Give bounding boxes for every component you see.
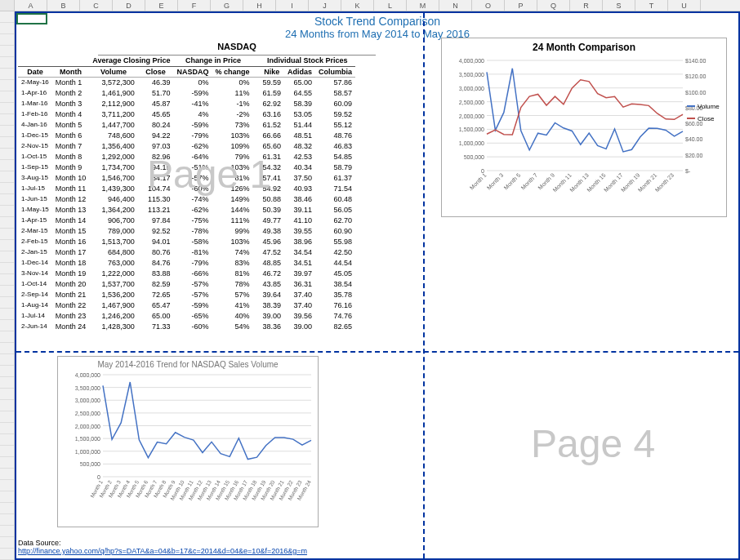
- svg-text:2,000,000: 2,000,000: [75, 424, 100, 429]
- table-row: 1-Sep-15Month 91,734,70094.19-51%103%54.…: [18, 162, 355, 172]
- column-header[interactable]: O: [472, 0, 505, 11]
- table-row: 2-May-16Month 13,572,30046.390%0%59.5965…: [18, 77, 355, 87]
- col-adidas: Adidas: [284, 66, 315, 77]
- chart2-title: May 2014-2016 Trend for NASDAQ Sales Vol…: [58, 357, 318, 371]
- table-row: 2-Nov-15Month 71,356,40097.03-62%109%65.…: [18, 140, 355, 151]
- table-row: 2-Jun-14Month 241,428,30071.33-60%54%38.…: [18, 321, 355, 331]
- column-header[interactable]: [0, 0, 15, 11]
- svg-rect-40: [687, 118, 695, 119]
- table-row: 3-Aug-15Month 101,546,70084.17-57%81%57.…: [18, 172, 355, 183]
- col-month: Month: [52, 66, 90, 77]
- svg-text:Month 7: Month 7: [519, 172, 538, 191]
- column-header[interactable]: S: [603, 0, 635, 11]
- page-watermark-4: Page 4: [531, 421, 655, 466]
- svg-text:500,000: 500,000: [80, 461, 100, 467]
- chart-24-month-comparison[interactable]: 24 Month Comparison 0500,0001,000,0001,5…: [441, 38, 727, 217]
- column-header[interactable]: I: [276, 0, 309, 11]
- col-date: Date: [18, 66, 52, 77]
- table-row: 1-Feb-16Month 43,711,20045.654%-2%63.165…: [18, 109, 355, 119]
- column-header[interactable]: F: [178, 0, 211, 11]
- svg-text:2,500,000: 2,500,000: [75, 411, 100, 416]
- column-header[interactable]: J: [309, 0, 341, 11]
- col-nike: Nike: [260, 66, 285, 77]
- page-break-vertical: [423, 13, 425, 558]
- column-header[interactable]: E: [145, 0, 178, 11]
- column-header[interactable]: G: [211, 0, 243, 11]
- group-header-avg: Average Closing Price: [89, 56, 173, 66]
- svg-text:$140.00: $140.00: [685, 58, 706, 64]
- svg-text:4,000,000: 4,000,000: [75, 372, 100, 378]
- chart-nasdaq-volume-trend[interactable]: May 2014-2016 Trend for NASDAQ Sales Vol…: [57, 356, 319, 527]
- row-header-col: [0, 11, 15, 560]
- page-break-horizontal: [16, 351, 738, 353]
- svg-text:$20.00: $20.00: [685, 153, 703, 158]
- table-row: 3-Nov-14Month 191,222,00083.88-66%81%46.…: [18, 268, 355, 278]
- chart1-plot: 0500,0001,000,0001,500,0002,000,0002,500…: [442, 56, 728, 216]
- table-row: 2-Mar-15Month 15789,00092.52-78%99%49.38…: [18, 225, 355, 236]
- nasdaq-section-label: NASDAQ: [98, 40, 376, 56]
- column-header[interactable]: A: [15, 0, 47, 11]
- data-source-link[interactable]: http://finance.yahoo.com/q/hp?s=DATA&a=0…: [18, 547, 307, 555]
- svg-text:3,000,000: 3,000,000: [459, 86, 484, 91]
- table-row: 1-Jul-15Month 111,439,300104.74-60%126%5…: [18, 183, 355, 193]
- col-nasdaq: NASDAQ: [174, 66, 212, 77]
- svg-text:Month 1: Month 1: [469, 172, 488, 191]
- worksheet-area[interactable]: Stock Trend Comparison 24 Months from Ma…: [15, 11, 740, 560]
- svg-rect-38: [687, 105, 695, 107]
- column-header[interactable]: Q: [537, 0, 570, 11]
- column-header[interactable]: B: [47, 0, 80, 11]
- chart2-plot: 0500,0001,000,0001,500,0002,000,0002,500…: [58, 371, 319, 526]
- column-header[interactable]: D: [113, 0, 145, 11]
- data-source-block: Data Source: http://finance.yahoo.com/q/…: [18, 539, 307, 555]
- svg-text:$100.00: $100.00: [685, 90, 706, 96]
- column-header[interactable]: K: [341, 0, 374, 11]
- report-title: Stock Trend Comparison: [16, 13, 738, 28]
- svg-text:Volume: Volume: [698, 103, 720, 110]
- svg-text:500,000: 500,000: [464, 154, 484, 160]
- table-row: 1-Oct-15Month 81,292,00082.96-64%79%61.3…: [18, 151, 355, 162]
- svg-text:3,500,000: 3,500,000: [459, 72, 484, 78]
- svg-text:1,000,000: 1,000,000: [459, 140, 484, 146]
- column-header[interactable]: P: [505, 0, 537, 11]
- table-row: 1-Apr-15Month 14906,70097.84-75%111%49.7…: [18, 215, 355, 225]
- group-header-individual: Individual Stock Prices: [260, 56, 356, 66]
- svg-text:3,000,000: 3,000,000: [75, 398, 100, 403]
- table-row: 1-Apr-16Month 21,461,90051.70-59%11%61.5…: [18, 87, 355, 98]
- svg-text:$120.00: $120.00: [685, 73, 706, 79]
- column-header[interactable]: C: [80, 0, 113, 11]
- data-source-label: Data Source:: [18, 539, 61, 547]
- table-row: 1-Dec-14Month 18763,00084.76-79%83%48.85…: [18, 257, 355, 268]
- svg-text:2,000,000: 2,000,000: [459, 113, 484, 119]
- col-columbia: Columbia: [315, 66, 355, 77]
- column-header[interactable]: L: [374, 0, 407, 11]
- col-close: Close: [138, 66, 174, 77]
- table-row: 1-Jul-14Month 231,246,20065.00-65%40%39.…: [18, 310, 355, 321]
- stock-data-table: Average Closing Price Change in Price In…: [18, 56, 355, 331]
- table-row: 2-Jan-15Month 17684,80080.76-81%74%47.52…: [18, 247, 355, 257]
- table-row: 2-Feb-15Month 161,513,70094.01-58%103%45…: [18, 236, 355, 247]
- table-row: 1-Mar-16Month 32,112,90045.87-41%-1%62.9…: [18, 98, 355, 109]
- svg-text:Close: Close: [698, 115, 715, 122]
- svg-text:4,000,000: 4,000,000: [459, 58, 484, 64]
- column-header[interactable]: T: [635, 0, 668, 11]
- svg-text:1,500,000: 1,500,000: [75, 436, 100, 442]
- svg-text:3,500,000: 3,500,000: [75, 385, 100, 391]
- column-header[interactable]: R: [570, 0, 603, 11]
- svg-text:2,500,000: 2,500,000: [459, 100, 484, 105]
- column-header[interactable]: H: [243, 0, 276, 11]
- column-header[interactable]: N: [439, 0, 472, 11]
- svg-text:$-: $-: [685, 168, 691, 174]
- column-header[interactable]: U: [668, 0, 701, 11]
- svg-text:0: 0: [97, 474, 100, 480]
- table-row: 1-Dec-15Month 6748,60094.22-79%103%66.66…: [18, 130, 355, 140]
- col-volume: Volume: [89, 66, 137, 77]
- table-row: 4-Jan-16Month 51,447,70080.24-59%73%61.5…: [18, 119, 355, 130]
- chart1-title: 24 Month Comparison: [442, 38, 726, 56]
- table-row: 1-Aug-14Month 221,467,90065.47-59%41%38.…: [18, 300, 355, 310]
- svg-text:1,500,000: 1,500,000: [459, 127, 484, 132]
- column-header[interactable]: M: [407, 0, 439, 11]
- svg-text:1,000,000: 1,000,000: [75, 449, 100, 455]
- svg-text:$40.00: $40.00: [685, 136, 703, 142]
- table-row: 2-Sep-14Month 211,536,20072.65-57%57%39.…: [18, 289, 355, 300]
- svg-text:Month 5: Month 5: [503, 172, 522, 191]
